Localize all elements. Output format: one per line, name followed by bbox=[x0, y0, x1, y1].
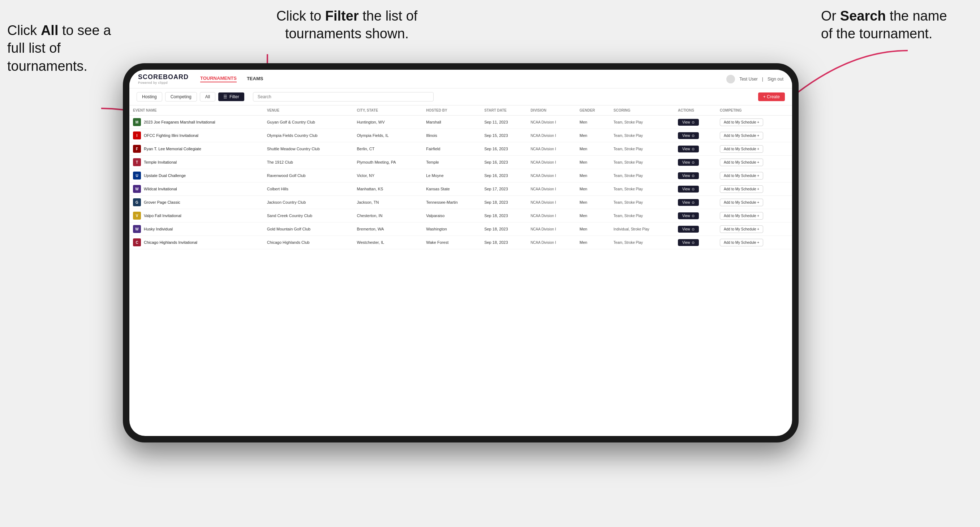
cell-city-5: Manhattan, KS bbox=[353, 183, 423, 196]
cell-date-7: Sep 18, 2023 bbox=[480, 209, 527, 222]
cell-date-0: Sep 11, 2023 bbox=[480, 116, 527, 129]
cell-competing-5: Add to My Schedule + bbox=[716, 183, 792, 196]
team-logo-7: V bbox=[133, 212, 141, 220]
table-row: I OFCC Fighting Illini Invitational Olym… bbox=[129, 129, 792, 142]
cell-competing-3: Add to My Schedule + bbox=[716, 156, 792, 169]
filter-icon: ☰ bbox=[223, 94, 227, 99]
cell-actions-2: View ⊙ bbox=[674, 142, 716, 156]
cell-gender-8: Men bbox=[576, 222, 610, 236]
event-name-text-2: Ryan T. Lee Memorial Collegiate bbox=[144, 147, 201, 151]
nav-teams[interactable]: TEAMS bbox=[247, 76, 263, 82]
cell-date-8: Sep 18, 2023 bbox=[480, 222, 527, 236]
user-name: Test User bbox=[739, 76, 758, 82]
cell-venue-5: Colbert Hills bbox=[263, 183, 353, 196]
table-container: EVENT NAME VENUE CITY, STATE HOSTED BY S… bbox=[129, 105, 792, 436]
event-name-text-9: Chicago Highlands Invitational bbox=[144, 240, 197, 244]
event-name-text-5: Wildcat Invitational bbox=[144, 187, 177, 191]
cell-scoring-5: Team, Stroke Play bbox=[610, 183, 674, 196]
annotation-topleft: Click All to see a full list of tourname… bbox=[7, 22, 130, 75]
tab-hosting[interactable]: Hosting bbox=[137, 92, 162, 102]
cell-competing-0: Add to My Schedule + bbox=[716, 116, 792, 129]
cell-actions-4: View ⊙ bbox=[674, 169, 716, 183]
col-city-state: CITY, STATE bbox=[353, 105, 423, 116]
search-input[interactable] bbox=[253, 92, 434, 102]
team-logo-1: I bbox=[133, 132, 141, 140]
create-button[interactable]: + Create bbox=[758, 92, 785, 101]
view-button-2[interactable]: View ⊙ bbox=[678, 146, 699, 152]
sign-out-link[interactable]: Sign out bbox=[767, 76, 783, 82]
cell-scoring-7: Team, Stroke Play bbox=[610, 209, 674, 222]
view-icon-2: ⊙ bbox=[692, 147, 695, 151]
add-schedule-button-0[interactable]: Add to My Schedule + bbox=[720, 119, 763, 126]
cell-venue-0: Guyan Golf & Country Club bbox=[263, 116, 353, 129]
add-schedule-button-6[interactable]: Add to My Schedule + bbox=[720, 198, 763, 206]
cell-hosted-9: Wake Forest bbox=[422, 236, 480, 249]
cell-hosted-0: Marshall bbox=[422, 116, 480, 129]
add-schedule-button-3[interactable]: Add to My Schedule + bbox=[720, 159, 763, 166]
main-nav: TOURNAMENTS TEAMS bbox=[200, 76, 263, 83]
add-schedule-button-9[interactable]: Add to My Schedule + bbox=[720, 239, 763, 246]
view-button-9[interactable]: View ⊙ bbox=[678, 239, 699, 246]
cell-event-name-6: G Grover Page Classic bbox=[129, 196, 263, 209]
cell-date-4: Sep 16, 2023 bbox=[480, 169, 527, 183]
view-button-5[interactable]: View ⊙ bbox=[678, 186, 699, 192]
add-schedule-button-4[interactable]: Add to My Schedule + bbox=[720, 172, 763, 179]
team-logo-5: W bbox=[133, 185, 141, 193]
view-button-0[interactable]: View ⊙ bbox=[678, 119, 699, 126]
cell-event-name-2: F Ryan T. Lee Memorial Collegiate bbox=[129, 142, 263, 156]
col-hosted-by: HOSTED BY bbox=[422, 105, 480, 116]
team-logo-3: T bbox=[133, 158, 141, 166]
view-button-7[interactable]: View ⊙ bbox=[678, 213, 699, 219]
col-scoring: SCORING bbox=[610, 105, 674, 116]
search-box bbox=[253, 92, 434, 102]
logo-area: SCOREBOARD Powered by clippd bbox=[138, 73, 189, 84]
view-button-6[interactable]: View ⊙ bbox=[678, 199, 699, 206]
event-name-text-0: 2023 Joe Feaganes Marshall Invitational bbox=[144, 120, 215, 124]
table-row: W Husky Individual Gold Mountain Golf Cl… bbox=[129, 222, 792, 236]
header-right: Test User | Sign out bbox=[726, 75, 783, 83]
user-avatar bbox=[726, 75, 735, 83]
cell-hosted-3: Temple bbox=[422, 156, 480, 169]
cell-venue-7: Sand Creek Country Club bbox=[263, 209, 353, 222]
view-button-3[interactable]: View ⊙ bbox=[678, 159, 699, 166]
view-icon-5: ⊙ bbox=[692, 187, 695, 191]
cell-venue-4: Ravenwood Golf Club bbox=[263, 169, 353, 183]
add-schedule-button-5[interactable]: Add to My Schedule + bbox=[720, 185, 763, 193]
view-icon-4: ⊙ bbox=[692, 174, 695, 178]
cell-event-name-3: T Temple Invitational bbox=[129, 156, 263, 169]
event-name-text-7: Valpo Fall Invitational bbox=[144, 213, 181, 218]
add-schedule-button-1[interactable]: Add to My Schedule + bbox=[720, 132, 763, 140]
add-schedule-button-8[interactable]: Add to My Schedule + bbox=[720, 225, 763, 233]
cell-event-name-7: V Valpo Fall Invitational bbox=[129, 209, 263, 222]
cell-scoring-1: Team, Stroke Play bbox=[610, 129, 674, 142]
filter-button[interactable]: ☰ Filter bbox=[218, 92, 244, 101]
view-button-1[interactable]: View ⊙ bbox=[678, 132, 699, 139]
event-name-text-6: Grover Page Classic bbox=[144, 200, 180, 205]
view-icon-1: ⊙ bbox=[692, 133, 695, 138]
team-logo-9: C bbox=[133, 238, 141, 246]
cell-city-6: Jackson, TN bbox=[353, 196, 423, 209]
cell-venue-1: Olympia Fields Country Club bbox=[263, 129, 353, 142]
cell-gender-6: Men bbox=[576, 196, 610, 209]
view-icon-9: ⊙ bbox=[692, 241, 695, 244]
nav-tournaments[interactable]: TOURNAMENTS bbox=[200, 76, 237, 83]
add-schedule-button-7[interactable]: Add to My Schedule + bbox=[720, 212, 763, 220]
team-logo-4: U bbox=[133, 171, 141, 179]
cell-date-1: Sep 15, 2023 bbox=[480, 129, 527, 142]
tab-competing[interactable]: Competing bbox=[165, 92, 197, 102]
cell-actions-1: View ⊙ bbox=[674, 129, 716, 142]
table-row: T Temple Invitational The 1912 Club Plym… bbox=[129, 156, 792, 169]
view-button-8[interactable]: View ⊙ bbox=[678, 226, 699, 233]
cell-venue-9: Chicago Highlands Club bbox=[263, 236, 353, 249]
view-button-4[interactable]: View ⊙ bbox=[678, 172, 699, 179]
add-schedule-button-2[interactable]: Add to My Schedule + bbox=[720, 145, 763, 153]
cell-division-1: NCAA Division I bbox=[527, 129, 576, 142]
cell-event-name-9: C Chicago Highlands Invitational bbox=[129, 236, 263, 249]
team-logo-6: G bbox=[133, 198, 141, 206]
cell-actions-5: View ⊙ bbox=[674, 183, 716, 196]
table-row: W Wildcat Invitational Colbert Hills Man… bbox=[129, 183, 792, 196]
tab-all[interactable]: All bbox=[200, 92, 215, 102]
cell-gender-0: Men bbox=[576, 116, 610, 129]
view-icon-7: ⊙ bbox=[692, 214, 695, 218]
event-name-text-1: OFCC Fighting Illini Invitational bbox=[144, 133, 198, 138]
